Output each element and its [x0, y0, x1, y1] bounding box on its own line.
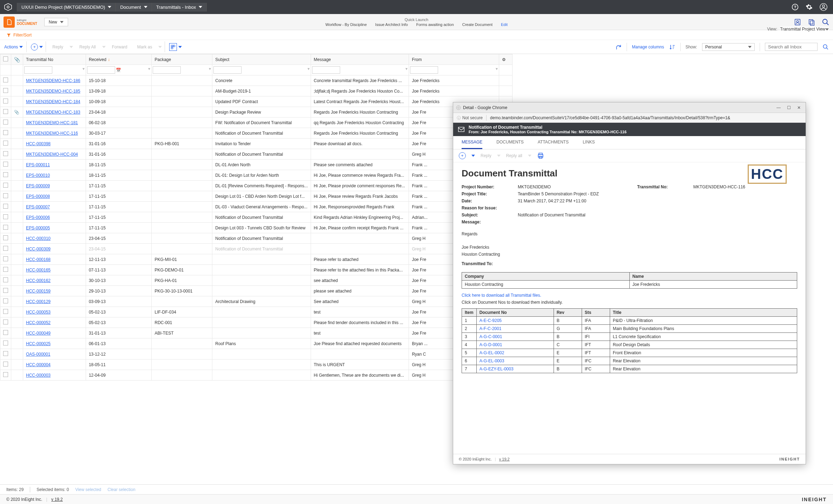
transmittal-link[interactable]: HCC-000165	[26, 268, 51, 273]
app-logo-icon[interactable]	[4, 2, 13, 12]
transmittal-link[interactable]: HCC-000129	[26, 299, 51, 304]
ql-forms[interactable]: Forms awaiting action	[416, 22, 454, 27]
ql-create[interactable]: Create Document	[462, 22, 492, 27]
row-checkbox[interactable]	[3, 351, 8, 356]
not-secure-badge[interactable]: Not secure	[457, 115, 483, 120]
table-row[interactable]: 📎MKTGEN35DEMO-HCC-18323-04-18Design Pack…	[0, 107, 513, 117]
table-row[interactable]: HCC-00012903-09-13Architectural DrawingS…	[0, 296, 513, 307]
transmittal-link[interactable]: MKTGEN3DEMO-HCC-181	[26, 120, 78, 125]
transmittal-link[interactable]: HCC-000004	[26, 362, 51, 367]
transmittal-link[interactable]: OAS-000001	[26, 352, 50, 357]
transmittal-link[interactable]: HCC-000310	[26, 236, 51, 241]
table-row[interactable]: HCC-00031023-04-15Notification of Docume…	[0, 233, 513, 244]
calendar-icon[interactable]: 📅	[116, 68, 121, 73]
header-trno[interactable]: Transmittal No	[23, 54, 86, 65]
header-from[interactable]: From	[409, 54, 499, 65]
user-icon[interactable]	[820, 3, 827, 11]
view-selected-link[interactable]: View selected	[75, 487, 101, 492]
table-row[interactable]: HCC-00005305-02-13LIF-DF-034testJoe Fre	[0, 307, 513, 317]
table-row[interactable]: HCC-00000312-04-09Hi Gentlemen, These ar…	[0, 370, 513, 381]
header-received[interactable]: Received↓	[86, 54, 152, 65]
table-row[interactable]: OAS-00000113-12-12Ryan C	[0, 349, 513, 359]
filter-from[interactable]	[410, 66, 438, 74]
transmittal-link[interactable]: MKTGEN35DEMO-HCC-183	[26, 110, 80, 115]
row-checkbox[interactable]	[3, 193, 8, 198]
transmittal-link[interactable]: HCC-000162	[26, 278, 51, 283]
doc-link[interactable]: A-G-D-0001	[480, 342, 502, 347]
transmittal-link[interactable]: HCC-000053	[26, 310, 51, 315]
settings-icon[interactable]	[806, 4, 813, 11]
transmittal-link[interactable]: HCC-000003	[26, 373, 51, 378]
row-checkbox[interactable]	[3, 246, 8, 251]
row-checkbox[interactable]	[3, 225, 8, 230]
copy-icon[interactable]	[808, 18, 815, 26]
table-row[interactable]: HCC-00016507-11-13PKG-DEMO-01Please refe…	[0, 265, 513, 275]
table-row[interactable]: HCC-00016230-10-13PKG-HA-01see attachedJ…	[0, 275, 513, 286]
row-checkbox[interactable]	[3, 151, 8, 156]
print-icon[interactable]	[537, 152, 544, 159]
filter-message[interactable]	[312, 66, 340, 74]
table-row[interactable]: HCC-00039831-01-16PKG-HB-001Invitation t…	[0, 139, 513, 149]
header-subject[interactable]: Subject	[212, 54, 311, 65]
refresh-icon[interactable]	[615, 44, 622, 50]
select-all-checkbox[interactable]	[3, 56, 8, 61]
sort-icon[interactable]	[669, 44, 675, 50]
transmittal-link[interactable]: HCC-000398	[26, 141, 51, 146]
transmittal-link[interactable]: MKTGEN35DEMO-HCC-186	[26, 78, 80, 83]
transmittal-link[interactable]: HCC-000052	[26, 320, 51, 325]
table-row[interactable]: MKTGEN35DEMO-HCC-18513-09-18AM-Budget-20…	[0, 86, 513, 96]
table-row[interactable]: MKTGEN35DEMO-HCC-18410-09-18Updated PDF …	[0, 96, 513, 107]
table-row[interactable]: EPS-00000517-11-15Design Lot 003 - Tunne…	[0, 223, 513, 233]
row-checkbox[interactable]	[3, 172, 8, 177]
row-checkbox[interactable]	[3, 109, 8, 114]
search-input[interactable]	[765, 43, 818, 51]
row-checkbox[interactable]	[3, 183, 8, 188]
header-message[interactable]: Message	[311, 54, 409, 65]
popup-add-caret-icon[interactable]	[471, 155, 475, 157]
transmittal-link[interactable]: MKTGEN3DEMO-HCC-116	[26, 131, 78, 136]
row-checkbox[interactable]	[3, 78, 8, 82]
transmittals-menu[interactable]: Transmittals - Inbox	[152, 3, 207, 12]
transmittal-link[interactable]: HCC-000049	[26, 331, 51, 336]
new-button[interactable]: New	[44, 18, 68, 26]
header-package[interactable]: Package	[152, 54, 212, 65]
doc-link[interactable]: A-G-EZY-EL-0003	[480, 367, 514, 371]
table-row[interactable]: HCC-00016812-11-13PKG-MII-01Please refer…	[0, 254, 513, 265]
download-all-link[interactable]: Click here to download all Transmittal f…	[462, 293, 541, 298]
row-checkbox[interactable]	[3, 99, 8, 103]
close-icon[interactable]: ✕	[797, 105, 801, 110]
add-button[interactable]: +	[31, 43, 38, 51]
transmittal-link[interactable]: MKTGEN35DEMO-HCC-184	[26, 99, 80, 104]
doc-link[interactable]: A-G-C-0001	[480, 334, 502, 339]
doc-link[interactable]: A-G-EL-0003	[480, 358, 504, 363]
row-checkbox[interactable]	[3, 120, 8, 125]
filter-icon[interactable]: ▾	[308, 66, 310, 71]
footer-version[interactable]: v 19.2	[51, 497, 63, 502]
table-row[interactable]: MKTGEN35DEMO-HCC-18615-10-18ConcreteConc…	[0, 75, 513, 86]
filter-received[interactable]	[87, 66, 115, 74]
header-checkbox[interactable]	[0, 54, 11, 65]
tab-links[interactable]: LINKS	[583, 140, 595, 149]
row-checkbox[interactable]	[3, 341, 8, 345]
tab-message[interactable]: MESSAGE	[462, 140, 482, 149]
maximize-icon[interactable]: ☐	[787, 105, 791, 110]
ql-edit[interactable]: Edit	[501, 22, 508, 27]
table-row[interactable]: HCC-00015929-10-13PKG-30-10-13-0001pleas…	[0, 286, 513, 296]
transmittal-link[interactable]: HCC-000159	[26, 289, 51, 294]
filter-icon[interactable]: ▾	[496, 66, 498, 71]
view-dropdown[interactable]: Transmittal Project View	[780, 27, 829, 32]
row-checkbox[interactable]	[3, 372, 8, 377]
address-book-icon[interactable]	[794, 18, 801, 26]
transmittal-link[interactable]: HCC-000025	[26, 341, 51, 346]
row-checkbox[interactable]	[3, 298, 8, 303]
header-settings[interactable]: ⚙	[499, 54, 512, 65]
transmittal-link[interactable]: EPS-000006	[26, 215, 50, 220]
filter-icon[interactable]: ▾	[405, 66, 408, 71]
doc-link[interactable]: A-G-EL-0002	[480, 350, 504, 355]
table-row[interactable]: HCC-00000418-05-11This is URGENTGreg H	[0, 359, 513, 370]
document-menu[interactable]: Document	[116, 3, 152, 12]
table-row[interactable]: EPS-00000917-11-15DL-01 [Review Comments…	[0, 181, 513, 191]
filter-sort-bar[interactable]: Filter/Sort	[0, 30, 833, 40]
transmittal-link[interactable]: EPS-000005	[26, 226, 50, 230]
manage-columns-link[interactable]: Manage columns	[632, 45, 664, 49]
